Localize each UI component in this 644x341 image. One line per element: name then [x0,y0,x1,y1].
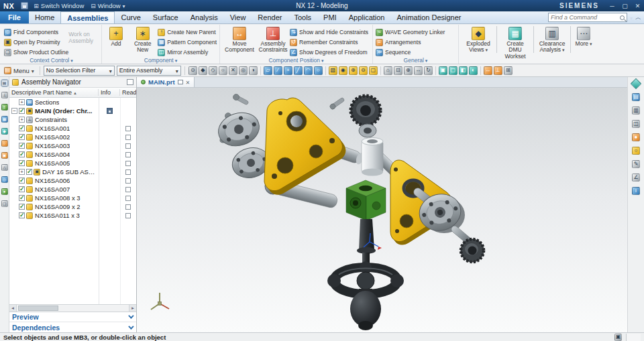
tree-row-part[interactable]: NX16SA011 x 3 [9,211,136,220]
read-only-checkbox[interactable] [125,204,131,210]
column-descriptive-part-name[interactable]: Descriptive Part Name [9,89,99,96]
window-menu-button[interactable]: ⊟ Window [87,0,128,11]
preview-section-header[interactable]: Preview [9,312,136,322]
viewport-canvas[interactable] [137,88,627,332]
circle-icon[interactable] [314,66,323,75]
lighting-icon[interactable] [632,147,640,155]
show-hide-constraints-button[interactable]: Show and Hide Constraints [290,28,368,36]
search-dropdown-caret-icon[interactable] [630,13,633,21]
tab-render[interactable]: Render [252,11,288,23]
constraint-navigator-icon[interactable] [1,92,8,98]
tree-row-part[interactable]: NX16SA009 x 2 [9,202,136,211]
part-navigator-icon[interactable] [1,104,8,111]
part-green-block[interactable] [346,180,386,220]
resource-bar-expand-icon[interactable] [631,78,642,90]
close-tab-icon[interactable] [186,78,191,86]
group-label-component[interactable]: Component [102,57,219,64]
read-only-checkbox[interactable] [125,161,131,166]
subtract-icon[interactable] [359,66,368,75]
tab-pmi[interactable]: PMI [317,11,343,23]
tab-surface[interactable]: Surface [147,11,184,23]
read-only-checkbox[interactable] [125,126,131,131]
part-knurled-nut-right[interactable] [461,239,484,262]
component-checkbox[interactable] [19,108,25,114]
read-only-checkbox[interactable] [125,213,131,218]
float-tab-icon[interactable] [178,80,183,84]
expand-icon[interactable]: + [19,117,25,123]
column-read-only[interactable]: Read-o... [120,89,136,96]
column-info[interactable]: Info [99,89,120,96]
exploded-views-button[interactable]: Exploded Views [462,26,495,54]
tab-file[interactable]: File [0,11,29,23]
tab-tools[interactable]: Tools [288,11,317,23]
measure-icon[interactable] [632,174,640,182]
close-button[interactable]: ✕ [631,3,644,9]
read-only-checkbox[interactable] [125,135,131,140]
tab-animation-designer[interactable]: Animation Designer [391,11,468,23]
part-washer[interactable] [359,124,376,137]
tree-row-part[interactable]: NX16SA001 [9,124,136,133]
component-checkbox[interactable] [19,151,25,157]
tree-row-part[interactable]: NX16SA004 [9,150,136,159]
selection-filter-dropdown[interactable]: No Selection Filter [44,66,115,76]
move-component-tool-icon[interactable] [484,66,492,75]
create-new-button[interactable]: Create New [127,26,158,54]
arc-center-snap-icon[interactable] [239,66,248,75]
tree-row-part[interactable]: NX16SA008 x 3 [9,194,136,202]
tab-home[interactable]: Home [29,11,60,23]
datum-plane-icon[interactable] [264,66,272,75]
unite-icon[interactable] [349,66,358,75]
part-yellow-plate-left[interactable] [264,98,345,195]
group-label-component-position[interactable]: Component Position [220,57,372,64]
mirror-assembly-button[interactable]: Mirror Assembly [158,48,217,56]
component-checkbox[interactable] [19,160,25,166]
component-checkbox[interactable] [19,204,25,210]
part-knurled-nut-top[interactable] [351,96,380,125]
section-view-icon[interactable] [459,66,468,75]
manufacturing-wizard-icon[interactable] [1,164,8,171]
tab-curve[interactable]: Curve [115,11,146,23]
tree-row-sections[interactable]: + Sections [9,98,136,107]
layers-icon[interactable] [632,93,640,101]
roles-icon[interactable] [1,188,8,195]
tree-row-part[interactable]: NX16SA006 [9,176,136,185]
read-only-checkbox[interactable] [125,178,131,184]
tree-row-main-assembly[interactable]: − MAIN (Order: Chr... [9,107,136,115]
reuse-library-icon[interactable] [1,116,8,123]
control-point-snap-icon[interactable] [219,66,227,75]
minimize-button[interactable]: ─ [606,3,619,9]
viewport-3d-scene[interactable] [137,88,627,332]
arc-icon[interactable] [304,66,313,75]
group-label-general[interactable]: General [373,57,458,64]
wireframe-icon[interactable] [449,66,458,75]
process-studio-icon[interactable] [1,152,8,159]
expand-icon[interactable]: + [19,169,25,175]
web-browser-icon[interactable] [1,176,8,183]
component-checkbox[interactable] [19,125,25,131]
show-product-outline-button[interactable]: Show Product Outline [4,48,68,56]
end-point-snap-icon[interactable] [199,66,207,75]
fit-view-icon[interactable] [394,66,402,75]
group-label-context-control[interactable]: Context Control [1,57,101,64]
expand-icon[interactable]: + [19,99,25,105]
read-only-checkbox[interactable] [125,196,131,201]
sequence-button[interactable]: Sequence [376,48,445,56]
read-only-checkbox[interactable] [125,152,131,157]
scroll-right-icon[interactable]: ► [129,305,136,312]
rotate-view-icon[interactable] [424,66,433,75]
assembly-constraints-tool-icon[interactable] [494,66,502,75]
home-view-icon[interactable] [384,66,392,75]
hole-icon[interactable] [339,66,347,75]
create-new-parent-button[interactable]: Create New Parent [158,28,217,36]
create-dmu-workset-button[interactable]: Create DMU Workset [498,26,532,60]
system-scenes-icon[interactable] [1,200,8,207]
save-icon[interactable] [21,2,28,9]
switch-window-button[interactable]: ⊞ Switch Window [30,0,87,11]
viewport-tab-main-prt[interactable]: MAIN.prt [137,77,195,87]
move-component-button[interactable]: Move Component [223,26,256,54]
clip-section-icon[interactable] [632,120,640,128]
line-icon[interactable] [294,66,303,75]
pan-icon[interactable] [414,66,423,75]
pattern-component-button[interactable]: Pattern Component [158,38,217,46]
menu-button[interactable]: Menu [2,66,36,76]
